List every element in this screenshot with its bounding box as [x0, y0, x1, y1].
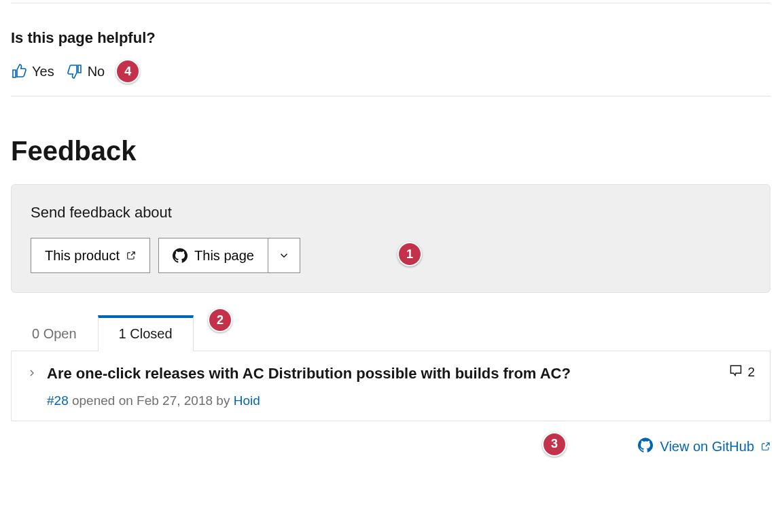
issue-meta: #28 opened on Feb 27, 2018 by Hoid [47, 393, 719, 408]
divider-after-helpful [11, 96, 770, 96]
comment-count-number: 2 [747, 365, 755, 380]
issue-author-link[interactable]: Hoid [234, 393, 260, 408]
this-page-button[interactable]: This page [158, 238, 268, 273]
github-icon [173, 248, 188, 263]
issue-title: Are one-click releases with AC Distribut… [47, 363, 719, 384]
no-label: No [88, 64, 105, 79]
external-link-icon [126, 251, 136, 260]
tab-closed[interactable]: 1 Closed [98, 315, 194, 351]
external-link-icon [761, 439, 770, 455]
no-button[interactable]: No [67, 63, 105, 79]
thumbs-up-icon [11, 63, 27, 79]
github-icon [638, 438, 653, 456]
this-product-label: This product [45, 248, 120, 264]
yes-label: Yes [32, 64, 54, 79]
badge-4: 4 [115, 59, 140, 84]
badge-3: 3 [542, 432, 567, 457]
issue-number-link[interactable]: #28 [47, 393, 69, 408]
send-feedback-card: Send feedback about This product This pa… [11, 184, 770, 293]
helpful-title: Is this page helpful? [11, 29, 770, 47]
this-page-label: This page [194, 248, 254, 264]
chevron-down-icon [278, 249, 290, 262]
thumbs-down-icon [67, 63, 83, 79]
view-on-github-link[interactable]: View on GitHub [638, 438, 770, 456]
comment-count[interactable]: 2 [729, 363, 755, 380]
feedback-heading: Feedback [11, 136, 770, 166]
badge-1: 1 [397, 242, 422, 266]
issue-item[interactable]: Are one-click releases with AC Distribut… [11, 351, 770, 421]
this-product-button[interactable]: This product [31, 238, 150, 273]
badge-2: 2 [208, 308, 232, 332]
this-page-button-group: This page [158, 238, 300, 273]
divider-top [11, 3, 770, 3]
comment-icon [729, 363, 743, 380]
yes-button[interactable]: Yes [11, 63, 54, 79]
send-feedback-label: Send feedback about [31, 204, 751, 221]
issue-tabs: 0 Open 1 Closed 2 [11, 315, 770, 351]
issue-opened-text: opened on Feb 27, 2018 by [69, 393, 234, 408]
this-page-dropdown-button[interactable] [268, 238, 300, 273]
tab-open[interactable]: 0 Open [11, 315, 98, 351]
view-on-github-label: View on GitHub [660, 439, 754, 455]
chevron-right-icon [26, 368, 37, 381]
